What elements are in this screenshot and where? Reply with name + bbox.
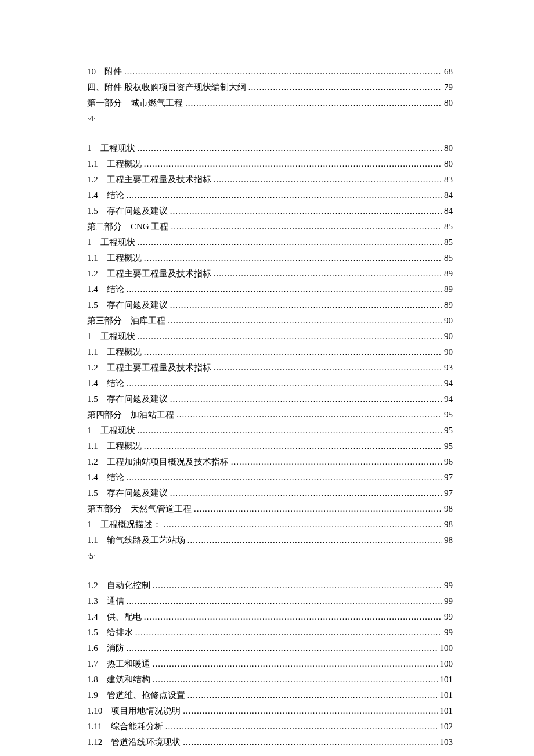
toc-entry: 1.4 结论89 (87, 282, 453, 297)
toc-entry-page: 100 (440, 640, 453, 656)
toc-leader-dots (138, 423, 442, 438)
toc-entry-label: 10 附件 (87, 64, 122, 80)
toc-entry-label: 1.4 结论 (87, 282, 124, 297)
toc-entry-label: 1.4 供、配电 (87, 609, 142, 625)
toc-leader-dots (135, 625, 442, 640)
toc-entry-page: 98 (444, 532, 453, 548)
toc-entry: 1.1 工程概况90 (87, 344, 453, 360)
toc-leader-dots (170, 485, 442, 501)
toc-entry: 1.4 供、配电99 (87, 609, 453, 625)
toc-entry: 1 工程概况描述：98 (87, 517, 453, 532)
toc-entry-page: 79 (444, 80, 453, 95)
toc-leader-dots (164, 517, 442, 532)
toc-leader-dots (127, 640, 438, 656)
toc-entry: 1.1 工程概况80 (87, 156, 453, 172)
toc-entry-label: 1.1 工程概况 (87, 156, 142, 172)
toc-leader-dots (138, 329, 442, 344)
toc-entry: 1.9 管道维、抢修点设置101 (87, 687, 453, 703)
toc-entry-label: 1.8 建筑和结构 (87, 672, 150, 687)
toc-entry-page: 89 (444, 297, 453, 313)
toc-entry-label: 1 工程现状 (87, 235, 135, 250)
toc-entry-label: 1.6 消防 (87, 640, 124, 656)
toc-entry-page: 97 (444, 470, 453, 485)
toc-leader-dots (138, 235, 442, 250)
toc-leader-dots (153, 578, 442, 593)
page-marker: ·5· (87, 548, 453, 564)
toc-entry-label: 1.2 工程加油站项目概况及技术指标 (87, 454, 229, 470)
toc-leader-dots (168, 313, 442, 329)
toc-entry: 1.8 建筑和结构101 (87, 672, 453, 687)
toc-leader-dots (170, 391, 442, 407)
toc-entry-page: 85 (444, 250, 453, 266)
toc-entry: 第四部分 加油站工程95 (87, 407, 453, 423)
toc-entry: 1.7 热工和暖通100 (87, 656, 453, 672)
toc-entry: 1.10 项目用地情况说明101 (87, 703, 453, 719)
toc-entry: 1.6 消防100 (87, 640, 453, 656)
toc-entry-label: 1.1 工程概况 (87, 250, 142, 266)
toc-entry: 1.5 给排水99 (87, 625, 453, 640)
toc-entry: 1.2 自动化控制99 (87, 578, 453, 593)
toc-leader-dots (144, 609, 442, 625)
toc-entry-label: 1.5 存在问题及建议 (87, 203, 168, 219)
toc-leader-dots (153, 672, 438, 687)
toc-leader-dots (144, 344, 442, 360)
toc-entry-label: 1.1 输气线路及工艺站场 (87, 532, 185, 548)
toc-entry-page: 84 (444, 203, 453, 219)
toc-entry-label: 1.9 管道维、抢修点设置 (87, 687, 185, 703)
toc-entry-label: 第一部分 城市燃气工程 (87, 95, 183, 111)
toc-entry-page: 95 (444, 407, 453, 423)
toc-entry: 1.3 通信99 (87, 593, 453, 609)
toc-entry-label: 1.11 综合能耗分析 (87, 719, 163, 735)
toc-entry-label: 1.4 结论 (87, 470, 124, 485)
toc-entry: 1.4 结论84 (87, 188, 453, 203)
toc-entry: 第二部分 CNG 工程85 (87, 219, 453, 235)
toc-leader-dots (127, 188, 442, 203)
toc-entry-page: 80 (444, 141, 453, 156)
toc-leader-dots (183, 735, 437, 750)
toc-entry: 1.2 工程主要工程量及技术指标83 (87, 172, 453, 188)
toc-entry: 1 工程现状95 (87, 423, 453, 438)
toc-leader-dots (144, 156, 442, 172)
toc-entry-page: 85 (444, 235, 453, 250)
toc-leader-dots (127, 376, 442, 391)
toc-leader-dots (127, 470, 442, 485)
toc-entry: 10 附件68 (87, 64, 453, 80)
toc-entry-label: 1.12 管道沿线环境现状 (87, 735, 181, 750)
toc-entry-page: 94 (444, 376, 453, 391)
toc-entry-page: 90 (444, 313, 453, 329)
toc-entry-label: 1.7 热工和暖通 (87, 656, 150, 672)
toc-leader-dots (187, 687, 438, 703)
toc-entry-label: 四、附件 股权收购项目资产现状编制大纲 (87, 80, 246, 95)
blank-line (87, 127, 453, 141)
toc-entry-label: 1.1 工程概况 (87, 438, 142, 454)
toc-leader-dots (165, 719, 438, 735)
toc-leader-dots (127, 282, 442, 297)
toc-entry-label: 1.2 工程主要工程量及技术指标 (87, 360, 211, 376)
toc-entry: 1.12 管道沿线环境现状103 (87, 735, 453, 750)
toc-entry-label: 1 工程现状 (87, 141, 135, 156)
toc-entry-page: 95 (444, 423, 453, 438)
toc-entry: 1.2 工程主要工程量及技术指标93 (87, 360, 453, 376)
toc-entry-page: 80 (444, 95, 453, 111)
toc-entry-label: 1.5 存在问题及建议 (87, 391, 168, 407)
toc-entry: 1 工程现状85 (87, 235, 453, 250)
toc-leader-dots (214, 266, 442, 282)
toc-entry-label: 1.2 自动化控制 (87, 578, 150, 593)
toc-entry-label: 1.5 给排水 (87, 625, 133, 640)
toc-entry: 1 工程现状90 (87, 329, 453, 344)
toc-entry-page: 101 (440, 703, 453, 719)
toc-entry-page: 99 (444, 578, 453, 593)
toc-entry-page: 89 (444, 266, 453, 282)
toc-entry-page: 102 (440, 719, 453, 735)
toc-leader-dots (124, 64, 442, 80)
toc-entry-label: 第五部分 天然气管道工程 (87, 501, 192, 517)
toc-entry: 1.1 工程概况95 (87, 438, 453, 454)
toc-entry: 第三部分 油库工程90 (87, 313, 453, 329)
toc-entry-label: 1.2 工程主要工程量及技术指标 (87, 266, 211, 282)
toc-entry-page: 100 (440, 656, 453, 672)
toc-leader-dots (153, 656, 438, 672)
toc-entry: 1.5 存在问题及建议84 (87, 203, 453, 219)
toc-entry-page: 80 (444, 156, 453, 172)
toc-leader-dots (214, 360, 442, 376)
toc-leader-dots (176, 407, 442, 423)
